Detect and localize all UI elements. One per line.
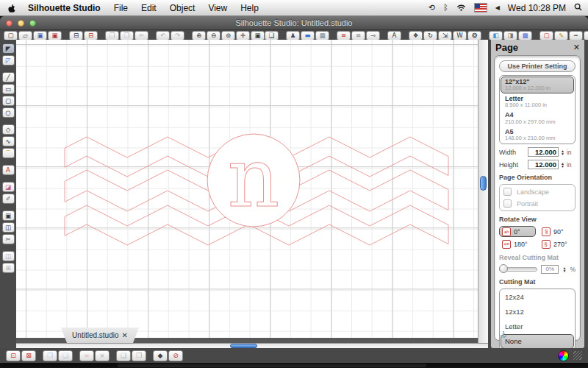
- menu-bar-clock[interactable]: Wed 10:28 PM: [508, 3, 566, 13]
- orientation-checkbox[interactable]: [503, 199, 512, 208]
- fill-style-button[interactable]: ◆: [153, 350, 168, 361]
- height-stepper[interactable]: ▲▼: [561, 162, 564, 168]
- eraser-tool[interactable]: ◪: [2, 182, 15, 192]
- orientation-checkbox[interactable]: [503, 188, 512, 196]
- volume-icon[interactable]: ◀: [495, 5, 500, 11]
- no-fill-button[interactable]: ⊘: [168, 350, 183, 361]
- input-source-flag-icon[interactable]: [474, 3, 487, 13]
- fill-pattern-button[interactable]: ▩: [518, 31, 532, 40]
- text-tool[interactable]: A: [2, 165, 15, 175]
- window-resize-grip[interactable]: [573, 351, 582, 360]
- send-to-silhouette-button[interactable]: ⊟: [84, 31, 98, 40]
- new-document-button[interactable]: ▢: [4, 31, 18, 40]
- tab-close-icon[interactable]: ✕: [121, 332, 127, 339]
- select-tool[interactable]: ◤: [2, 43, 15, 54]
- split-view-tool[interactable]: ◫: [2, 251, 15, 261]
- fit-page-tool[interactable]: ▣: [2, 210, 15, 221]
- zoom-in-button[interactable]: ⊕: [192, 31, 206, 40]
- weld-button[interactable]: ∞: [79, 350, 94, 361]
- reveal-slider-thumb[interactable]: [499, 264, 508, 273]
- delete-button[interactable]: ×: [95, 350, 110, 361]
- rectangle-tool[interactable]: ▭: [2, 84, 15, 94]
- line-style-button[interactable]: ≡: [337, 31, 351, 40]
- zoom-window-button[interactable]: [29, 20, 36, 26]
- menu-edit[interactable]: Edit: [135, 0, 163, 16]
- bluetooth-icon[interactable]: ᛒ: [443, 4, 448, 12]
- fill-color-button[interactable]: ◧: [489, 31, 503, 40]
- reveal-stepper[interactable]: ▲▼: [562, 266, 566, 272]
- height-input[interactable]: 12.000: [528, 160, 559, 169]
- page-panel-button[interactable]: ▬: [301, 31, 315, 40]
- vertical-scrollbar[interactable]: [478, 40, 488, 343]
- close-window-button[interactable]: [6, 20, 12, 26]
- sketch-pen-settings-button[interactable]: ⊸: [366, 31, 380, 40]
- sketch-pen-color-button[interactable]: ✎: [554, 31, 568, 40]
- menu-object[interactable]: Object: [163, 0, 202, 16]
- crop-tool[interactable]: ✂: [2, 234, 15, 244]
- object-options-button[interactable]: ❂: [467, 31, 481, 40]
- edit-points-tool[interactable]: ◸: [2, 55, 15, 66]
- rotate-270-button[interactable]: ab 270°: [539, 238, 576, 250]
- print-button[interactable]: ⊟: [69, 31, 83, 40]
- undo-button[interactable]: ↶: [156, 31, 170, 40]
- drag-zoom-button[interactable]: ⊚: [221, 31, 235, 40]
- menu-view[interactable]: View: [201, 0, 234, 16]
- design-canvas[interactable]: n: [16, 40, 478, 338]
- redo-button[interactable]: ↷: [171, 31, 184, 40]
- paste-button[interactable]: ❒: [120, 31, 134, 40]
- minimize-window-button[interactable]: [18, 20, 24, 26]
- select-all-button[interactable]: ⊡: [6, 350, 21, 361]
- apple-logo-icon[interactable]: [7, 2, 17, 13]
- rounded-rectangle-tool[interactable]: ▢: [2, 96, 15, 106]
- panel-close-icon[interactable]: ✕: [573, 43, 580, 52]
- orientation-landscape-option[interactable]: Landscape: [503, 188, 571, 196]
- cutting-mat-letter[interactable]: Letter: [501, 319, 574, 334]
- curve-tool[interactable]: ∿: [2, 136, 15, 146]
- rotate-180-button[interactable]: ab 180°: [499, 238, 536, 250]
- save-button[interactable]: ▣: [33, 31, 47, 40]
- line-tool[interactable]: ╱: [2, 72, 15, 82]
- menu-help[interactable]: Help: [234, 0, 265, 16]
- translate-panel-button[interactable]: ❖: [409, 31, 423, 40]
- time-machine-icon[interactable]: ⟲: [429, 4, 435, 12]
- selection-style-button[interactable]: ╍: [569, 31, 583, 40]
- line-color-button[interactable]: ▢: [539, 31, 553, 40]
- width-stepper[interactable]: ▲▼: [561, 149, 564, 155]
- vertical-scroll-thumb[interactable]: [480, 176, 487, 191]
- save-as-button[interactable]: ▣: [48, 31, 62, 40]
- line-weight-button[interactable]: ≡: [351, 31, 365, 40]
- copy-button[interactable]: ❐: [105, 31, 119, 40]
- document-tab[interactable]: Untitled.studio ✕: [61, 328, 139, 343]
- zoom-out-button[interactable]: ⊖: [207, 31, 220, 40]
- reveal-slider[interactable]: [499, 267, 537, 272]
- ungroup-button[interactable]: ❏: [58, 350, 73, 361]
- arc-tool[interactable]: ⌒: [2, 148, 15, 158]
- wifi-icon[interactable]: [456, 4, 466, 13]
- cutting-mat-none[interactable]: None: [501, 334, 574, 349]
- knife-tool[interactable]: ✐: [2, 194, 15, 204]
- group-button[interactable]: ❐: [43, 350, 57, 361]
- rotate-panel-button[interactable]: ↻: [423, 31, 437, 40]
- rotate-90-button[interactable]: ab 90°: [539, 226, 576, 237]
- width-input[interactable]: 12.000: [528, 147, 559, 157]
- ellipse-tool[interactable]: ○: [2, 107, 15, 118]
- fill-gradient-button[interactable]: ◨: [503, 31, 517, 40]
- scale-panel-button[interactable]: ⇲: [438, 31, 452, 40]
- fit-selection-tool[interactable]: ◫: [2, 222, 15, 233]
- menu-silhouette-studio[interactable]: Silhouette Studio: [21, 0, 107, 16]
- deselect-all-button[interactable]: ⊠: [21, 350, 36, 361]
- quad-view-tool[interactable]: ⊞: [2, 263, 15, 273]
- spotlight-icon[interactable]: [574, 3, 582, 13]
- polygon-tool[interactable]: ◇: [2, 124, 15, 135]
- color-wheel-icon[interactable]: [558, 350, 569, 361]
- A5[interactable]: A5 148.00 x 210.00 mm: [501, 127, 574, 144]
- orientation-portrait-option[interactable]: Portrait: [503, 199, 571, 208]
- cutting-mat-12x12[interactable]: 12x12: [501, 305, 574, 319]
- reveal-value-input[interactable]: 0%: [541, 265, 559, 274]
- character-spacing-button[interactable]: W: [453, 31, 467, 40]
- send-backward-button[interactable]: ❒: [132, 350, 146, 361]
- grid-settings-button[interactable]: ▦: [315, 31, 329, 40]
- A4[interactable]: A4 210.00 x 297.00 mm: [501, 110, 574, 127]
- lock-aspect-button[interactable]: ❑: [265, 31, 279, 40]
- bring-forward-button[interactable]: ❏: [116, 350, 131, 361]
